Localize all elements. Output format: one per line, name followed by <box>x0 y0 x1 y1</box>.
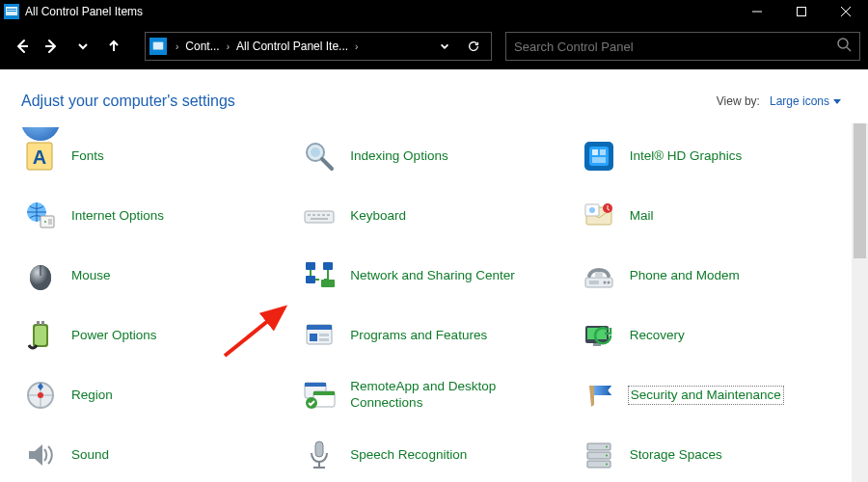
recent-locations-button[interactable] <box>69 33 96 60</box>
back-button[interactable] <box>8 33 35 60</box>
fonts-icon: A <box>21 137 60 175</box>
item-recovery[interactable]: Recovery <box>580 314 851 357</box>
item-label: Programs and Features <box>350 328 487 344</box>
item-internet-options[interactable]: Internet Options <box>21 195 292 237</box>
forward-button[interactable] <box>39 33 66 60</box>
remoteapp-icon <box>300 376 339 415</box>
item-power-options[interactable]: Power Options <box>21 314 292 357</box>
svg-point-47 <box>607 281 610 284</box>
svg-rect-28 <box>312 214 315 216</box>
svg-rect-64 <box>305 383 326 387</box>
item-label: Internet Options <box>71 208 164 225</box>
window-titlebar: All Control Panel Items <box>0 0 868 23</box>
item-remoteapp-desktop[interactable]: RemoteApp and Desktop Connections <box>300 374 571 416</box>
svg-line-16 <box>322 159 332 169</box>
navigation-bar: › Cont... › All Control Panel Ite... › <box>0 23 868 69</box>
svg-rect-66 <box>313 391 335 395</box>
window-title: All Control Panel Items <box>25 5 735 18</box>
intel-graphics-icon <box>580 137 618 175</box>
breadcrumb-all-items[interactable]: All Control Panel Ite... <box>234 40 350 53</box>
close-button[interactable] <box>824 0 868 23</box>
mouse-icon <box>21 256 60 295</box>
internet-options-icon <box>21 197 60 235</box>
svg-point-15 <box>311 147 320 157</box>
speech-recognition-icon <box>300 436 339 474</box>
svg-rect-52 <box>41 321 44 325</box>
item-label: Sound <box>71 447 109 464</box>
item-network-sharing-center[interactable]: Network and Sharing Center <box>300 254 571 297</box>
svg-rect-41 <box>323 262 333 270</box>
phone-modem-icon <box>580 256 618 295</box>
item-mouse[interactable]: Mouse <box>21 254 292 297</box>
content-area: Adjust your computer's settings View by:… <box>0 69 868 482</box>
item-speech-recognition[interactable]: Speech Recognition <box>300 434 571 476</box>
item-label: RemoteApp and Desktop Connections <box>350 379 524 412</box>
item-phone-modem[interactable]: Phone and Modem <box>580 254 851 297</box>
svg-rect-32 <box>311 218 328 220</box>
item-label: Region <box>71 388 113 404</box>
svg-rect-30 <box>322 214 325 216</box>
svg-rect-40 <box>306 262 315 270</box>
power-options-icon <box>21 316 60 355</box>
viewby-value: Large icons <box>770 94 829 108</box>
svg-rect-2 <box>7 11 16 12</box>
search-icon[interactable] <box>836 37 852 56</box>
breadcrumb-separator: › <box>224 41 232 52</box>
page-heading: Adjust your computer's settings <box>21 93 717 110</box>
up-button[interactable] <box>100 33 127 60</box>
item-keyboard[interactable]: Keyboard <box>300 195 571 237</box>
svg-rect-55 <box>310 334 317 341</box>
svg-rect-42 <box>306 276 315 283</box>
svg-rect-45 <box>589 281 599 284</box>
svg-rect-27 <box>308 214 311 216</box>
svg-line-11 <box>847 47 851 51</box>
svg-point-75 <box>606 455 608 457</box>
svg-point-74 <box>606 446 608 448</box>
item-indexing-options[interactable]: Indexing Options <box>300 135 571 177</box>
svg-rect-26 <box>305 211 334 223</box>
svg-point-76 <box>606 464 608 466</box>
viewby-label: View by: <box>717 94 760 108</box>
item-intel-hd-graphics[interactable]: Intel® HD Graphics <box>580 135 851 177</box>
svg-rect-68 <box>315 442 323 457</box>
item-security-maintenance[interactable]: Security and Maintenance <box>580 374 851 416</box>
svg-point-62 <box>38 392 43 398</box>
item-sound[interactable]: Sound <box>21 434 292 476</box>
item-region[interactable]: Region <box>21 374 292 416</box>
minimize-button[interactable] <box>735 0 779 23</box>
svg-rect-56 <box>319 334 329 336</box>
network-icon <box>300 256 339 295</box>
vertical-scrollbar[interactable] <box>852 123 868 482</box>
svg-rect-51 <box>37 321 40 325</box>
svg-rect-31 <box>327 214 330 216</box>
svg-rect-48 <box>595 272 603 278</box>
svg-rect-54 <box>307 325 332 330</box>
refresh-button[interactable] <box>460 33 487 60</box>
storage-spaces-icon <box>580 436 618 474</box>
search-input[interactable] <box>514 40 836 54</box>
region-icon <box>21 376 60 415</box>
item-programs-features[interactable]: Programs and Features <box>300 314 571 357</box>
keyboard-icon <box>300 197 339 235</box>
indexing-icon <box>300 137 339 175</box>
scrollbar-thumb[interactable] <box>854 123 866 258</box>
item-label: Recovery <box>630 328 685 344</box>
search-bar[interactable] <box>505 32 860 61</box>
item-label: Phone and Modem <box>630 268 740 284</box>
address-bar[interactable]: › Cont... › All Control Panel Ite... › <box>145 32 492 61</box>
item-label: Security and Maintenance <box>630 388 782 404</box>
maximize-button[interactable] <box>779 0 824 23</box>
breadcrumb-control-panel[interactable]: Cont... <box>183 40 221 53</box>
viewby-selector[interactable]: Large icons <box>770 94 841 108</box>
item-fonts[interactable]: A Fonts <box>21 135 292 177</box>
svg-point-46 <box>603 281 606 284</box>
address-history-button[interactable] <box>431 33 458 60</box>
item-storage-spaces[interactable]: Storage Spaces <box>580 434 851 476</box>
breadcrumb-separator: › <box>173 41 181 52</box>
item-label: Mail <box>630 208 654 225</box>
svg-point-24 <box>44 221 46 223</box>
svg-rect-1 <box>7 9 16 10</box>
item-mail[interactable]: Mail <box>580 195 851 237</box>
item-label: Power Options <box>71 328 157 344</box>
svg-rect-21 <box>592 157 606 163</box>
